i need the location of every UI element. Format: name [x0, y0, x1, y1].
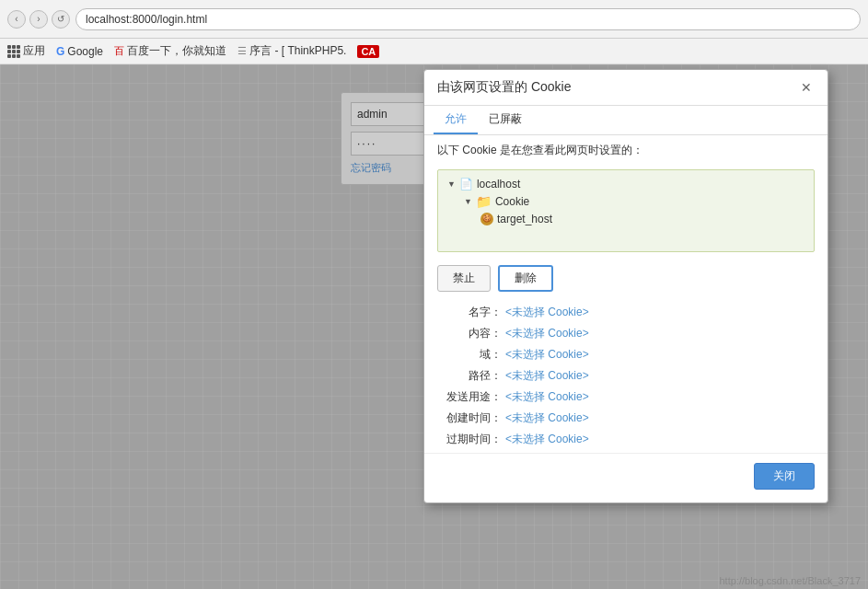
- field-expires-value: <未选择 Cookie>: [505, 432, 815, 447]
- close-dialog-button[interactable]: 关闭: [754, 463, 815, 490]
- dialog-titlebar: 由该网页设置的 Cookie ✕: [424, 70, 827, 106]
- field-content-value: <未选择 Cookie>: [505, 326, 815, 341]
- dialog-subtitle: 以下 Cookie 是在您查看此网页时设置的：: [424, 135, 827, 166]
- tree-cookie-item[interactable]: 🍪 target_host: [447, 213, 804, 225]
- bookmark-apps-label: 应用: [23, 43, 45, 59]
- ca-icon: CA: [357, 45, 379, 58]
- thinkphp-icon: ☰: [237, 45, 247, 57]
- folder-icon: 📁: [476, 194, 492, 209]
- bookmark-thinkphp[interactable]: ☰ 序言 - [ ThinkPHP5.: [237, 43, 346, 59]
- bookmark-google-label: Google: [67, 45, 103, 58]
- tree-item-label: target_host: [497, 213, 552, 225]
- status-url: http://blog.csdn.net/Black_3717: [720, 575, 862, 586]
- page-content: 忘记密码 由该网页设置的 Cookie ✕ 允许 已屏蔽 以下 Cookie 是…: [0, 64, 868, 589]
- tab-allow[interactable]: 允许: [434, 106, 478, 134]
- dialog-actions: 禁止 删除: [424, 261, 827, 301]
- browser-bar: ‹ › ↺ localhost:8000/login.html: [0, 0, 868, 39]
- field-content-label: 内容：: [437, 326, 502, 341]
- field-created-value: <未选择 Cookie>: [505, 410, 815, 426]
- bookmark-baidu[interactable]: 百 百度一下，你就知道: [114, 43, 226, 59]
- address-bar[interactable]: localhost:8000/login.html: [75, 8, 861, 30]
- google-icon: G: [56, 45, 64, 58]
- field-path-value: <未选择 Cookie>: [505, 368, 815, 384]
- forward-button[interactable]: ›: [29, 10, 48, 29]
- tree-root-label: localhost: [477, 178, 520, 191]
- field-domain-label: 域：: [437, 347, 502, 363]
- apps-icon: [7, 45, 20, 58]
- tree-root[interactable]: ▼ 📄 localhost: [447, 178, 804, 191]
- back-button[interactable]: ‹: [7, 10, 26, 29]
- bookmark-bar: 应用 G Google 百 百度一下，你就知道 ☰ 序言 - [ ThinkPH…: [0, 39, 868, 64]
- tree-arrow-folder: ▼: [464, 197, 472, 206]
- tree-folder[interactable]: ▼ 📁 Cookie: [447, 194, 804, 209]
- field-expires-label: 过期时间：: [437, 432, 502, 447]
- cookie-info-grid: 名字： <未选择 Cookie> 内容： <未选择 Cookie> 域： <未选…: [424, 301, 827, 453]
- reload-button[interactable]: ↺: [52, 10, 70, 29]
- cookie-tree: ▼ 📄 localhost ▼ 📁 Cookie 🍪 target_host: [437, 169, 815, 252]
- tree-arrow-root: ▼: [447, 179, 456, 189]
- nav-buttons: ‹ › ↺: [7, 10, 70, 29]
- status-bar: http://blog.csdn.net/Black_3717: [712, 572, 869, 589]
- dialog-tabs: 允许 已屏蔽: [424, 106, 827, 135]
- cookie-dialog: 由该网页设置的 Cookie ✕ 允许 已屏蔽 以下 Cookie 是在您查看此…: [423, 69, 828, 503]
- bookmark-ca[interactable]: CA: [357, 45, 379, 58]
- dialog-title: 由该网页设置的 Cookie: [437, 79, 571, 96]
- bookmark-thinkphp-label: 序言 - [ ThinkPHP5.: [249, 43, 346, 59]
- field-name-value: <未选择 Cookie>: [505, 305, 815, 320]
- block-button[interactable]: 禁止: [437, 265, 491, 292]
- field-domain-value: <未选择 Cookie>: [505, 347, 815, 363]
- dialog-close-button[interactable]: ✕: [798, 79, 815, 96]
- bookmark-apps[interactable]: 应用: [7, 43, 45, 59]
- field-created-label: 创建时间：: [437, 410, 502, 426]
- delete-button[interactable]: 删除: [498, 265, 553, 292]
- field-path-label: 路径：: [437, 368, 502, 384]
- field-send-value: <未选择 Cookie>: [505, 389, 815, 405]
- tab-blocked[interactable]: 已屏蔽: [478, 106, 533, 134]
- address-text: localhost:8000/login.html: [86, 13, 207, 26]
- bookmark-baidu-label: 百度一下，你就知道: [127, 43, 226, 59]
- baidu-icon: 百: [114, 44, 124, 58]
- dialog-footer: 关闭: [424, 453, 827, 502]
- cookie-icon: 🍪: [480, 213, 493, 225]
- bookmark-google[interactable]: G Google: [56, 45, 103, 58]
- file-icon: 📄: [459, 178, 473, 191]
- field-name-label: 名字：: [437, 305, 502, 320]
- field-send-label: 发送用途：: [437, 389, 502, 405]
- tree-folder-label: Cookie: [495, 195, 529, 208]
